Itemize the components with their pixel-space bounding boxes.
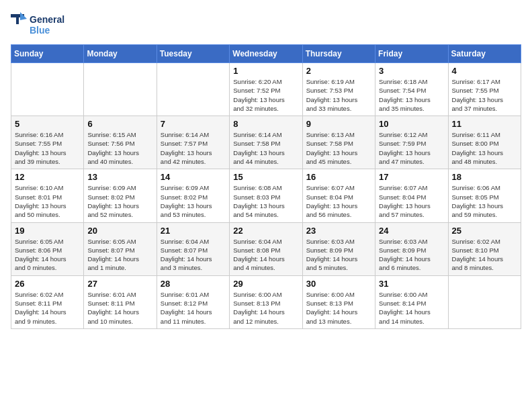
calendar-day-cell: 13Sunrise: 6:09 AM Sunset: 8:02 PM Dayli… — [84, 169, 157, 222]
calendar-week-row: 5Sunrise: 6:16 AM Sunset: 7:55 PM Daylig… — [11, 116, 521, 169]
weekday-header: Saturday — [448, 45, 521, 63]
calendar-day-cell: 6Sunrise: 6:15 AM Sunset: 7:56 PM Daylig… — [84, 116, 157, 169]
svg-text:Blue: Blue — [30, 25, 50, 36]
calendar-day-cell: 15Sunrise: 6:08 AM Sunset: 8:03 PM Dayli… — [230, 169, 302, 222]
day-number: 21 — [161, 226, 226, 236]
day-info: Sunrise: 6:00 AM Sunset: 8:13 PM Dayligh… — [306, 290, 371, 326]
calendar-day-cell: 31Sunrise: 6:00 AM Sunset: 8:14 PM Dayli… — [375, 275, 448, 328]
calendar-day-cell: 19Sunrise: 6:05 AM Sunset: 8:06 PM Dayli… — [11, 222, 84, 275]
day-number: 6 — [87, 119, 152, 129]
day-info: Sunrise: 6:10 AM Sunset: 8:01 PM Dayligh… — [15, 183, 80, 219]
weekday-row: SundayMondayTuesdayWednesdayThursdayFrid… — [11, 45, 521, 63]
calendar-day-cell: 27Sunrise: 6:01 AM Sunset: 8:11 PM Dayli… — [84, 275, 157, 328]
day-info: Sunrise: 6:15 AM Sunset: 7:56 PM Dayligh… — [87, 130, 152, 166]
header: GeneralBlue — [11, 11, 521, 39]
day-number: 18 — [452, 172, 517, 182]
calendar-day-cell: 30Sunrise: 6:00 AM Sunset: 8:13 PM Dayli… — [302, 275, 375, 328]
day-number: 4 — [452, 66, 517, 76]
day-number: 25 — [452, 226, 517, 236]
day-number: 17 — [379, 172, 444, 182]
day-number: 27 — [87, 279, 152, 289]
calendar-table: SundayMondayTuesdayWednesdayThursdayFrid… — [11, 44, 521, 329]
weekday-header: Tuesday — [157, 45, 229, 63]
logo: GeneralBlue — [11, 11, 64, 39]
calendar-day-cell: 4Sunrise: 6:17 AM Sunset: 7:55 PM Daylig… — [448, 63, 521, 116]
calendar-day-cell: 5Sunrise: 6:16 AM Sunset: 7:55 PM Daylig… — [11, 116, 84, 169]
day-number: 26 — [15, 279, 80, 289]
day-number: 13 — [87, 172, 152, 182]
day-info: Sunrise: 6:03 AM Sunset: 8:09 PM Dayligh… — [379, 237, 444, 273]
weekday-header: Wednesday — [230, 45, 302, 63]
day-info: Sunrise: 6:02 AM Sunset: 8:10 PM Dayligh… — [452, 237, 517, 273]
day-number: 10 — [379, 119, 444, 129]
logo-svg: GeneralBlue — [11, 11, 64, 39]
day-number: 14 — [161, 172, 226, 182]
day-info: Sunrise: 6:00 AM Sunset: 8:13 PM Dayligh… — [233, 290, 298, 326]
day-number: 23 — [306, 226, 371, 236]
calendar-week-row: 26Sunrise: 6:02 AM Sunset: 8:11 PM Dayli… — [11, 275, 521, 328]
day-info: Sunrise: 6:04 AM Sunset: 8:08 PM Dayligh… — [233, 237, 298, 273]
calendar-day-cell: 7Sunrise: 6:14 AM Sunset: 7:57 PM Daylig… — [157, 116, 229, 169]
calendar-empty-cell — [11, 63, 84, 116]
day-number: 9 — [306, 119, 371, 129]
day-info: Sunrise: 6:20 AM Sunset: 7:52 PM Dayligh… — [233, 77, 298, 113]
weekday-header: Thursday — [302, 45, 375, 63]
day-number: 11 — [452, 119, 517, 129]
svg-marker-1 — [20, 12, 27, 20]
day-number: 3 — [379, 66, 444, 76]
calendar-header: SundayMondayTuesdayWednesdayThursdayFrid… — [11, 45, 521, 63]
day-info: Sunrise: 6:17 AM Sunset: 7:55 PM Dayligh… — [452, 77, 517, 113]
calendar-day-cell: 20Sunrise: 6:05 AM Sunset: 8:07 PM Dayli… — [84, 222, 157, 275]
day-info: Sunrise: 6:05 AM Sunset: 8:07 PM Dayligh… — [87, 237, 152, 273]
calendar-day-cell: 3Sunrise: 6:18 AM Sunset: 7:54 PM Daylig… — [375, 63, 448, 116]
day-info: Sunrise: 6:08 AM Sunset: 8:03 PM Dayligh… — [233, 183, 298, 219]
day-info: Sunrise: 6:09 AM Sunset: 8:02 PM Dayligh… — [87, 183, 152, 219]
calendar-empty-cell — [84, 63, 157, 116]
day-info: Sunrise: 6:01 AM Sunset: 8:12 PM Dayligh… — [161, 290, 226, 326]
calendar-day-cell: 10Sunrise: 6:12 AM Sunset: 7:59 PM Dayli… — [375, 116, 448, 169]
day-number: 8 — [233, 119, 298, 129]
calendar-week-row: 12Sunrise: 6:10 AM Sunset: 8:01 PM Dayli… — [11, 169, 521, 222]
day-number: 16 — [306, 172, 371, 182]
day-number: 24 — [379, 226, 444, 236]
day-number: 29 — [233, 279, 298, 289]
day-info: Sunrise: 6:16 AM Sunset: 7:55 PM Dayligh… — [15, 130, 80, 166]
day-number: 12 — [15, 172, 80, 182]
day-info: Sunrise: 6:02 AM Sunset: 8:11 PM Dayligh… — [15, 290, 80, 326]
day-number: 22 — [233, 226, 298, 236]
day-info: Sunrise: 6:07 AM Sunset: 8:04 PM Dayligh… — [306, 183, 371, 219]
day-number: 15 — [233, 172, 298, 182]
day-number: 28 — [161, 279, 226, 289]
day-info: Sunrise: 6:09 AM Sunset: 8:02 PM Dayligh… — [161, 183, 226, 219]
day-number: 19 — [15, 226, 80, 236]
calendar-day-cell: 12Sunrise: 6:10 AM Sunset: 8:01 PM Dayli… — [11, 169, 84, 222]
day-info: Sunrise: 6:06 AM Sunset: 8:05 PM Dayligh… — [452, 183, 517, 219]
day-info: Sunrise: 6:14 AM Sunset: 7:57 PM Dayligh… — [161, 130, 226, 166]
weekday-header: Sunday — [11, 45, 84, 63]
day-number: 1 — [233, 66, 298, 76]
calendar-day-cell: 21Sunrise: 6:04 AM Sunset: 8:07 PM Dayli… — [157, 222, 229, 275]
weekday-header: Monday — [84, 45, 157, 63]
calendar-day-cell: 25Sunrise: 6:02 AM Sunset: 8:10 PM Dayli… — [448, 222, 521, 275]
day-info: Sunrise: 6:00 AM Sunset: 8:14 PM Dayligh… — [379, 290, 444, 326]
calendar-week-row: 19Sunrise: 6:05 AM Sunset: 8:06 PM Dayli… — [11, 222, 521, 275]
day-number: 20 — [87, 226, 152, 236]
calendar-day-cell: 23Sunrise: 6:03 AM Sunset: 8:09 PM Dayli… — [302, 222, 375, 275]
calendar-day-cell: 8Sunrise: 6:14 AM Sunset: 7:58 PM Daylig… — [230, 116, 302, 169]
day-info: Sunrise: 6:12 AM Sunset: 7:59 PM Dayligh… — [379, 130, 444, 166]
calendar-week-row: 1Sunrise: 6:20 AM Sunset: 7:52 PM Daylig… — [11, 63, 521, 116]
day-info: Sunrise: 6:19 AM Sunset: 7:53 PM Dayligh… — [306, 77, 371, 113]
calendar-day-cell: 2Sunrise: 6:19 AM Sunset: 7:53 PM Daylig… — [302, 63, 375, 116]
calendar-body: 1Sunrise: 6:20 AM Sunset: 7:52 PM Daylig… — [11, 63, 521, 329]
day-info: Sunrise: 6:11 AM Sunset: 8:00 PM Dayligh… — [452, 130, 517, 166]
day-number: 31 — [379, 279, 444, 289]
day-info: Sunrise: 6:07 AM Sunset: 8:04 PM Dayligh… — [379, 183, 444, 219]
day-number: 2 — [306, 66, 371, 76]
day-info: Sunrise: 6:01 AM Sunset: 8:11 PM Dayligh… — [87, 290, 152, 326]
calendar-day-cell: 18Sunrise: 6:06 AM Sunset: 8:05 PM Dayli… — [448, 169, 521, 222]
day-number: 5 — [15, 119, 80, 129]
day-info: Sunrise: 6:03 AM Sunset: 8:09 PM Dayligh… — [306, 237, 371, 273]
calendar-day-cell: 16Sunrise: 6:07 AM Sunset: 8:04 PM Dayli… — [302, 169, 375, 222]
day-info: Sunrise: 6:05 AM Sunset: 8:06 PM Dayligh… — [15, 237, 80, 273]
calendar-day-cell: 24Sunrise: 6:03 AM Sunset: 8:09 PM Dayli… — [375, 222, 448, 275]
